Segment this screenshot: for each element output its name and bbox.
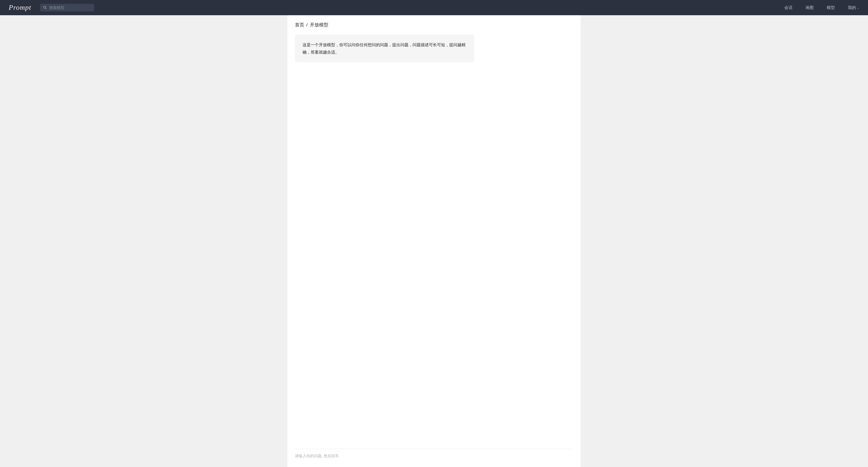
search-input[interactable] — [49, 5, 87, 10]
chat-input[interactable] — [295, 454, 573, 458]
navbar-nav: 会话 画图 模型 我的 ⌄ — [784, 5, 859, 10]
chat-area — [295, 69, 573, 467]
input-area — [295, 449, 573, 463]
search-box[interactable] — [40, 4, 94, 11]
logo[interactable]: Prompt — [9, 3, 31, 12]
search-icon — [43, 6, 47, 9]
main-wrapper: 首页 / 开放模型 这是一个开放模型，你可以问你任何想问的问题，提出问题，问题描… — [0, 0, 868, 467]
breadcrumb: 首页 / 开放模型 — [295, 22, 573, 28]
nav-item-conversation[interactable]: 会话 — [784, 5, 793, 10]
user-menu-label: 我的 — [848, 5, 856, 10]
svg-line-1 — [45, 8, 46, 9]
chat-messages — [295, 69, 573, 449]
info-box: 这是一个开放模型，你可以问你任何想问的问题，提出问题，问题描述可长可短，提问越精… — [295, 34, 474, 62]
content-container: 首页 / 开放模型 这是一个开放模型，你可以问你任何想问的问题，提出问题，问题描… — [287, 15, 581, 467]
nav-item-draw[interactable]: 画图 — [806, 5, 814, 10]
breadcrumb-home[interactable]: 首页 — [295, 22, 304, 28]
navbar: Prompt 会话 画图 模型 我的 ⌄ — [0, 0, 868, 15]
svg-point-0 — [44, 6, 46, 8]
chevron-down-icon: ⌄ — [857, 6, 859, 9]
breadcrumb-current: 开放模型 — [310, 22, 328, 28]
nav-item-model[interactable]: 模型 — [827, 5, 835, 10]
user-menu[interactable]: 我的 ⌄ — [848, 5, 859, 10]
info-box-text: 这是一个开放模型，你可以问你任何想问的问题，提出问题，问题描述可长可短，提问越精… — [303, 41, 467, 56]
breadcrumb-separator: / — [306, 22, 308, 28]
